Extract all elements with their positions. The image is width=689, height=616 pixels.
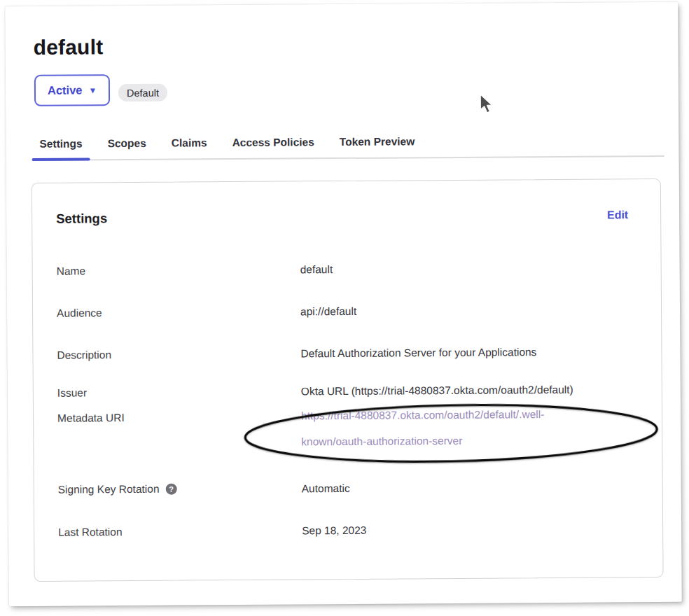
last-rotation-label: Last Rotation [58, 526, 122, 539]
metadata-uri-link[interactable]: https://trial-4880837.okta.com/oauth2/de… [301, 401, 545, 454]
settings-card-heading: Settings [56, 211, 107, 226]
tab-scopes[interactable]: Scopes [100, 134, 154, 160]
status-dropdown-label: Active [48, 83, 83, 97]
default-badge: Default [118, 84, 167, 102]
page-title: default [33, 35, 103, 59]
signing-key-rotation-label-text: Signing Key Rotation [58, 483, 160, 496]
metadata-uri-label: Metadata URI [57, 412, 125, 425]
tab-bar: Settings Scopes Claims Access Policies T… [32, 131, 664, 161]
authorization-server-page: default Active ▼ Default Settings Scopes… [5, 2, 682, 606]
signing-key-rotation-value: Automatic [302, 482, 350, 495]
audience-value: api://default [300, 305, 356, 318]
last-rotation-value: Sep 18, 2023 [302, 524, 366, 538]
metadata-uri-link-line2: known/oauth-authorization-server [301, 435, 462, 448]
tab-settings[interactable]: Settings [32, 134, 90, 160]
metadata-uri-link-line1: https://trial-4880837.okta.com/oauth2/de… [301, 408, 544, 421]
settings-card: Settings Edit Name default Audience api:… [32, 178, 664, 582]
chevron-down-icon: ▼ [88, 85, 97, 95]
screenshot-stage: default Active ▼ Default Settings Scopes… [0, 0, 689, 616]
mouse-cursor-icon [478, 93, 496, 117]
help-icon[interactable]: ? [165, 484, 176, 495]
name-label: Name [57, 265, 85, 277]
tab-claims[interactable]: Claims [164, 134, 215, 158]
name-value: default [300, 263, 333, 276]
tab-token-preview[interactable]: Token Preview [332, 132, 423, 158]
description-label: Description [57, 349, 111, 362]
description-value: Default Authorization Server for your Ap… [300, 346, 536, 360]
issuer-value: Okta URL (https://trial-4880837.okta.com… [301, 384, 573, 398]
signing-key-rotation-label: Signing Key Rotation ? [58, 483, 177, 496]
status-dropdown-button[interactable]: Active ▼ [34, 74, 111, 106]
audience-label: Audience [57, 307, 102, 319]
issuer-label: Issuer [57, 386, 87, 399]
edit-button[interactable]: Edit [607, 209, 628, 221]
tab-access-policies[interactable]: Access Policies [225, 133, 322, 158]
